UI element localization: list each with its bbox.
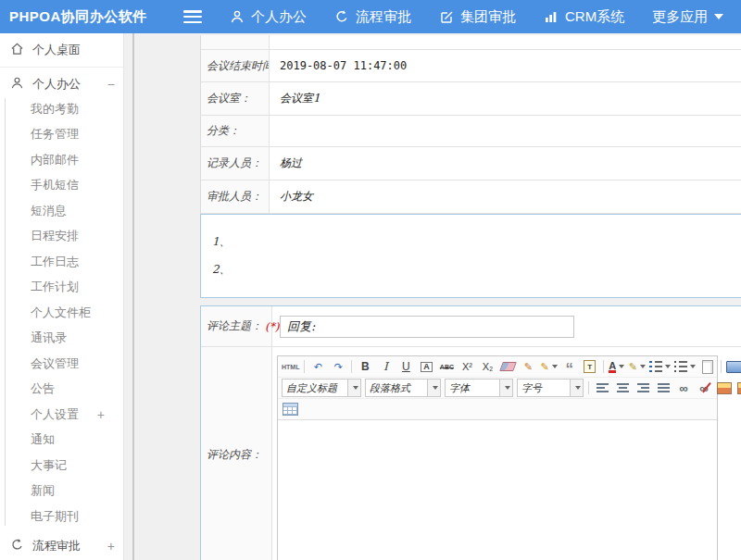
- sidebar-item-7[interactable]: 工作计划: [0, 275, 123, 301]
- caret-down-icon[interactable]: [347, 380, 360, 396]
- unlink-icon: ∞: [699, 382, 708, 394]
- meeting-content-box: 1、2、: [200, 214, 741, 298]
- caret-down-icon[interactable]: [570, 380, 583, 396]
- expand-toggle[interactable]: +: [107, 539, 115, 554]
- new-page-button[interactable]: [698, 357, 717, 376]
- sidebar-item-16[interactable]: 电子期刊: [0, 504, 123, 529]
- new-page-icon: [702, 360, 713, 374]
- field-label: 会议室：: [201, 82, 270, 115]
- sidebar-item-1[interactable]: 任务管理: [0, 122, 123, 148]
- nav-workflow-approval[interactable]: 流程审批: [334, 8, 411, 26]
- sidebar-item-11[interactable]: 公告: [0, 377, 123, 403]
- subscript-icon: X₂: [483, 362, 494, 372]
- field-label: 记录人员：: [201, 147, 270, 180]
- align-center-button[interactable]: [613, 379, 632, 397]
- font-size-select[interactable]: 字号: [517, 379, 584, 397]
- font-color-button[interactable]: A: [608, 357, 626, 376]
- editor-toolbar-row2: 自定义标题段落格式字体字号∞∞: [278, 378, 717, 399]
- paragraph-format-select[interactable]: 段落格式: [365, 379, 441, 397]
- bold-button[interactable]: B: [356, 357, 374, 376]
- superscript-icon: X²: [462, 362, 472, 372]
- superscript-button[interactable]: X²: [458, 357, 476, 376]
- sidebar-scrollbar[interactable]: [132, 33, 134, 560]
- sidebar-item-6[interactable]: 工作日志: [0, 249, 123, 275]
- font-family-select[interactable]: 字体: [445, 379, 513, 397]
- comment-subject-input[interactable]: [280, 316, 574, 338]
- sidebar-item-personal-desktop[interactable]: 个人桌面: [0, 33, 123, 68]
- table-row-partial: [201, 35, 741, 50]
- ordered-list-icon: [649, 361, 662, 372]
- nav-crm-system[interactable]: CRM系统: [544, 8, 624, 26]
- nav-label: 更多应用: [652, 8, 708, 26]
- sidebar-item-15[interactable]: 新闻: [0, 479, 123, 504]
- image-button[interactable]: [715, 379, 734, 397]
- redo-button[interactable]: ↷: [329, 357, 347, 376]
- field-value: 杨过: [270, 147, 741, 180]
- align-left-button[interactable]: [593, 379, 611, 397]
- meeting-info-table: 会议结束时间：2019-08-07 11:47:00会议室：会议室1分类：记录人…: [200, 35, 741, 298]
- sidebar-item-14[interactable]: 大事记: [0, 453, 123, 479]
- comment-subject-label: 评论主题：: [207, 318, 262, 334]
- toolbar-separator: [721, 360, 722, 373]
- strikethrough-icon: ABC: [440, 364, 454, 370]
- fullscreen-button[interactable]: [725, 357, 741, 376]
- blockquote-button[interactable]: “: [560, 357, 579, 376]
- sidebar-item-4[interactable]: 短消息: [0, 198, 123, 224]
- caret-down-icon[interactable]: [499, 380, 512, 396]
- expand-toggle[interactable]: +: [97, 407, 105, 422]
- font-size-select-label: 字号: [518, 380, 570, 396]
- unlink-button[interactable]: ∞: [695, 379, 713, 397]
- format-painter-icon: ✎: [524, 362, 533, 372]
- sidebar-item-8[interactable]: 个人文件柜: [0, 300, 123, 326]
- unordered-list-button[interactable]: [673, 357, 697, 376]
- format-painter-button[interactable]: ✎: [519, 357, 537, 376]
- sidebar-item-label: 我的考勤: [31, 101, 79, 118]
- highlight-color-button[interactable]: ✎: [628, 357, 647, 376]
- hamburger-icon[interactable]: [183, 10, 202, 23]
- subscript-button[interactable]: X₂: [478, 357, 496, 376]
- caret-down-icon[interactable]: [427, 380, 440, 396]
- remove-format-button[interactable]: [498, 357, 517, 376]
- collapse-toggle[interactable]: −: [107, 77, 115, 92]
- nav-more-apps[interactable]: 更多应用: [652, 8, 723, 26]
- cycle-icon: [334, 9, 349, 24]
- justify-button[interactable]: [654, 379, 672, 397]
- user-icon: [10, 76, 24, 93]
- source-code-button[interactable]: HTML: [281, 357, 300, 376]
- sidebar-item-label: 会议管理: [31, 355, 79, 372]
- sidebar-section-workflow-approval[interactable]: 流程审批 +: [0, 529, 123, 560]
- nav-group-approval[interactable]: 集团审批: [439, 8, 516, 26]
- sidebar-item-5[interactable]: 日程安排: [0, 224, 123, 250]
- table-row: 会议结束时间：2019-08-07 11:47:00: [201, 50, 741, 82]
- sidebar-item-2[interactable]: 内部邮件: [0, 147, 123, 173]
- cycle-icon: [10, 538, 24, 554]
- font-name-button[interactable]: A: [417, 357, 435, 376]
- strikethrough-button[interactable]: ABC: [437, 357, 456, 376]
- sidebar-item-13[interactable]: 通知: [0, 428, 123, 454]
- multi-image-button[interactable]: [735, 379, 741, 397]
- editor-content[interactable]: [278, 420, 717, 560]
- undo-button[interactable]: ↶: [308, 357, 327, 376]
- align-right-button[interactable]: [634, 379, 652, 397]
- ordered-list-button[interactable]: [648, 357, 672, 376]
- sidebar-item-12[interactable]: 个人设置+: [0, 402, 123, 428]
- sidebar-item-9[interactable]: 通讯录: [0, 326, 123, 352]
- nav-personal-office[interactable]: 个人办公: [230, 8, 307, 26]
- table-row: 会议室：会议室1: [201, 82, 741, 116]
- sidebar-item-10[interactable]: 会议管理: [0, 351, 123, 377]
- sidebar-item-3[interactable]: 手机短信: [0, 173, 123, 199]
- sidebar-item-label: 大事记: [31, 457, 67, 474]
- quick-format-button[interactable]: ✎: [539, 357, 558, 376]
- heading-select[interactable]: 自定义标题: [282, 379, 361, 397]
- app-title: PHPOA协同办公软件: [0, 8, 183, 26]
- paste-text-button[interactable]: [581, 357, 599, 376]
- redo-icon: ↷: [334, 362, 343, 372]
- sidebar-item-0[interactable]: 我的考勤: [0, 96, 123, 122]
- nav-label: 集团审批: [460, 8, 516, 26]
- link-button[interactable]: ∞: [674, 379, 693, 397]
- underline-button[interactable]: U: [396, 357, 415, 376]
- table-button[interactable]: [281, 400, 299, 418]
- font-family-select-label: 字体: [446, 380, 499, 396]
- italic-button[interactable]: I: [376, 357, 395, 376]
- editor-toolbar-row3: [278, 399, 717, 420]
